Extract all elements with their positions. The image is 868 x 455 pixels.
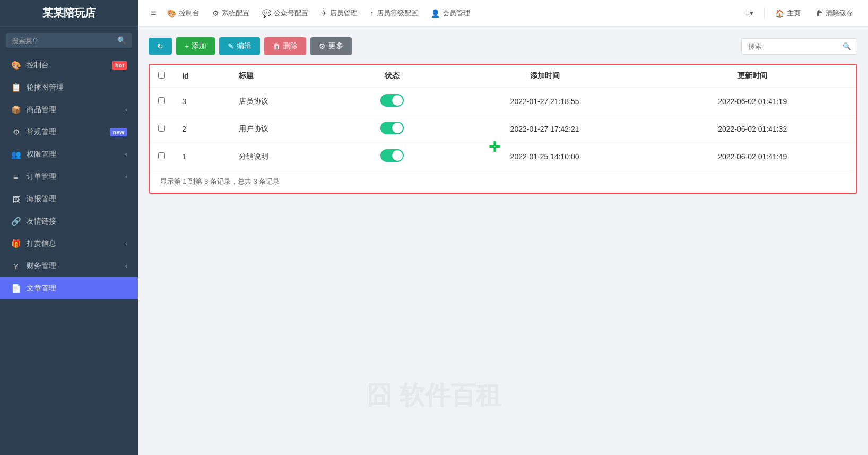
sidebar-item-general[interactable]: ⚙ 常规管理 new	[0, 121, 138, 143]
sidebar-item-reward[interactable]: 🎁 打赏信息 ‹	[0, 233, 138, 255]
table-row: 3 店员协议 2022-01-27 21:18:55 2022-06-02 01…	[150, 88, 856, 115]
edit-button[interactable]: ✎ 编辑	[219, 37, 260, 55]
sidebar-item-carousel[interactable]: 📋 轮播图管理	[0, 76, 138, 99]
data-table-container: Id 标题 状态 添加时间 更新时间 3 店员协议	[149, 64, 857, 194]
topnav-wechat[interactable]: 💬 公众号配置	[256, 8, 315, 18]
sidebar-item-poster[interactable]: 🖼 海报管理	[0, 188, 138, 210]
level-nav-icon: ↑	[370, 9, 374, 18]
status-toggle[interactable]	[380, 149, 404, 162]
sidebar-item-label: 打赏信息	[27, 239, 120, 248]
topnav-console-label: 控制台	[179, 8, 199, 18]
hamburger-icon[interactable]: ≡	[146, 7, 161, 19]
col-update-time: 更新时间	[648, 65, 856, 88]
sidebar-item-label: 轮播图管理	[27, 83, 127, 92]
table-row: 1 分销说明 2022-01-25 14:10:00 2022-06-02 01…	[150, 143, 856, 170]
table-body: 3 店员协议 2022-01-27 21:18:55 2022-06-02 01…	[150, 88, 856, 170]
topnav-sysconfig[interactable]: ⚙ 系统配置	[206, 8, 256, 18]
col-checkbox	[150, 65, 173, 88]
carousel-icon: 📋	[11, 83, 21, 92]
topnav-home[interactable]: 🏠 主页	[769, 8, 807, 18]
sidebar-item-finance[interactable]: ¥ 财务管理 ‹	[0, 255, 138, 277]
topnav-sysconfig-label: 系统配置	[222, 8, 249, 18]
row-title: 店员协议	[230, 88, 343, 115]
data-table: Id 标题 状态 添加时间 更新时间 3 店员协议	[150, 65, 856, 170]
hot-badge: hot	[112, 61, 127, 70]
search-input[interactable]	[742, 39, 837, 54]
col-status: 状态	[343, 65, 441, 88]
row-title: 分销说明	[230, 143, 343, 170]
poster-icon: 🖼	[11, 195, 21, 204]
row-checkbox-cell	[150, 115, 173, 143]
sidebar-item-order[interactable]: ≡ 订单管理 ‹	[0, 166, 138, 188]
search-icon[interactable]: 🔍	[117, 36, 126, 45]
toolbar-search: 🔍	[741, 38, 857, 55]
sidebar-item-permission[interactable]: 👥 权限管理 ‹	[0, 143, 138, 166]
topnav-staff[interactable]: ✈ 店员管理	[315, 8, 364, 18]
more-label: 更多	[328, 41, 343, 51]
gear-icon: ⚙	[319, 42, 326, 50]
general-icon: ⚙	[11, 127, 21, 137]
table-header-row: Id 标题 状态 添加时间 更新时间	[150, 65, 856, 88]
row-add-time: 2022-01-27 17:42:21	[441, 115, 649, 143]
row-id: 3	[173, 88, 230, 115]
topnav-member-label: 会员管理	[442, 8, 470, 18]
row-checkbox[interactable]	[158, 125, 165, 132]
row-checkbox[interactable]	[158, 97, 165, 104]
sidebar-item-friendlink[interactable]: 🔗 友情链接	[0, 210, 138, 233]
sidebar-item-goods[interactable]: 📦 商品管理 ‹	[0, 99, 138, 121]
add-label: 添加	[192, 41, 206, 51]
row-status	[343, 88, 441, 115]
sysconfig-nav-icon: ⚙	[212, 9, 219, 18]
sidebar-item-console[interactable]: 🎨 控制台 hot	[0, 54, 138, 76]
refresh-button[interactable]: ↻	[149, 38, 172, 55]
wechat-nav-icon: 💬	[262, 9, 271, 18]
pagination-info: 显示第 1 到第 3 条记录，总共 3 条记录	[150, 170, 856, 193]
col-id: Id	[173, 65, 230, 88]
chevron-right-icon: ‹	[125, 106, 127, 114]
toolbar: ↻ + 添加 ✎ 编辑 🗑 删除 ⚙ 更多	[149, 37, 857, 55]
row-update-time: 2022-06-02 01:41:49	[648, 143, 856, 170]
add-button[interactable]: + 添加	[176, 37, 215, 55]
member-nav-icon: 👤	[431, 9, 440, 18]
topnav-home-label: 主页	[787, 8, 801, 18]
sidebar-item-label: 常规管理	[27, 127, 105, 137]
status-toggle[interactable]	[380, 122, 404, 134]
plus-icon: +	[185, 42, 189, 50]
friendlink-icon: 🔗	[11, 217, 21, 226]
more-button[interactable]: ⚙ 更多	[310, 37, 352, 55]
row-id: 2	[173, 115, 230, 143]
chevron-right-icon: ‹	[125, 240, 127, 247]
console-icon: 🎨	[11, 61, 21, 70]
search-button[interactable]: 🔍	[837, 39, 857, 54]
topnav-right: ≡▾ 🏠 主页 🗑 清除缓存	[739, 8, 860, 19]
row-checkbox[interactable]	[158, 152, 165, 159]
topnav-level[interactable]: ↑ 店员等级配置	[364, 8, 424, 18]
sidebar-item-label: 权限管理	[27, 150, 120, 159]
search-input[interactable]	[12, 37, 113, 45]
status-toggle[interactable]	[380, 94, 404, 107]
sidebar-item-article[interactable]: 📄 文章管理	[0, 277, 138, 299]
row-id: 1	[173, 143, 230, 170]
topnav-level-label: 店员等级配置	[377, 8, 418, 18]
topnav-clear-cache[interactable]: 🗑 清除缓存	[809, 8, 860, 18]
row-checkbox-cell	[150, 88, 173, 115]
col-title: 标题	[230, 65, 343, 88]
topnav-menu-toggle[interactable]: ≡▾	[739, 9, 760, 17]
select-all-checkbox[interactable]	[158, 72, 165, 79]
clear-cache-icon: 🗑	[815, 9, 823, 18]
row-title: 用户协议	[230, 115, 343, 143]
topnav-console[interactable]: 🎨 控制台	[161, 8, 206, 18]
edit-label: 编辑	[237, 41, 251, 51]
permission-icon: 👥	[11, 150, 21, 159]
sidebar: 某某陪玩店 🔍 🎨 控制台 hot 📋 轮播图管理 📦 商品管理 ‹ ⚙ 常规管…	[0, 0, 138, 455]
sidebar-logo: 某某陪玩店	[0, 0, 138, 27]
console-nav-icon: 🎨	[167, 9, 176, 18]
row-update-time: 2022-06-02 01:41:19	[648, 88, 856, 115]
top-nav: ≡ 🎨 控制台 ⚙ 系统配置 💬 公众号配置 ✈ 店员管理 ↑ 店员等级配置	[138, 0, 868, 27]
topnav-divider	[764, 8, 765, 19]
delete-icon: 🗑	[273, 42, 280, 50]
main-content: ↻ + 添加 ✎ 编辑 🗑 删除 ⚙ 更多	[138, 27, 868, 455]
topnav-member[interactable]: 👤 会员管理	[424, 8, 476, 18]
sidebar-search-container: 🔍	[6, 33, 132, 48]
delete-button[interactable]: 🗑 删除	[264, 37, 306, 55]
